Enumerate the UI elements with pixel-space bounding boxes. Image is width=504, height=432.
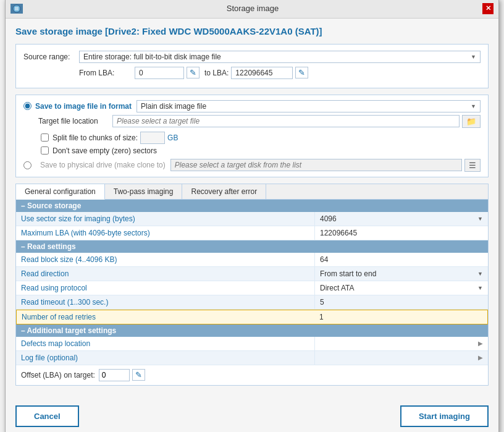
- additional-target-header: – Additional target settings: [16, 324, 488, 337]
- tabs-header: General configuration Two-pass imaging R…: [16, 184, 488, 200]
- read-direction-arrow: ▼: [477, 271, 483, 277]
- source-range-label: Source range:: [23, 53, 79, 61]
- table-row: Read using protocol Direct ATA ▼: [16, 281, 488, 295]
- window-title: Storage image: [23, 4, 482, 13]
- read-timeout-label: Read timeout (1..300 sec.): [16, 295, 315, 309]
- log-file-label: Log file (optional): [16, 351, 315, 365]
- table-row: Log file (optional) ▶: [16, 351, 488, 365]
- max-lba-value: 122096645: [315, 226, 488, 240]
- dialog-content: Save storage image [Drive2: Fixed WDC WD…: [6, 19, 498, 399]
- table-row: Maximum LBA (with 4096-byte sectors) 122…: [16, 226, 488, 240]
- zero-sectors-label: Don't save empty (zero) sectors: [52, 146, 157, 155]
- offset-row: Offset (LBA) on target: ✎: [16, 365, 488, 385]
- read-protocol-label: Read using protocol: [16, 281, 315, 295]
- save-image-label: Save to image file in format: [35, 102, 132, 111]
- from-lba-edit-icon[interactable]: ✎: [187, 67, 200, 78]
- from-lba-label: From LBA:: [79, 69, 135, 77]
- zero-sectors-row: Don't save empty (zero) sectors: [41, 146, 481, 155]
- save-drive-radio[interactable]: [23, 161, 32, 169]
- sector-size-arrow: ▼: [477, 216, 483, 222]
- table-row: Use sector size for imaging (bytes) 4096…: [16, 212, 488, 226]
- read-retries-label: Number of read retries: [17, 310, 314, 324]
- start-imaging-button[interactable]: Start imaging: [400, 405, 489, 427]
- format-arrow: ▼: [471, 103, 476, 109]
- disk-list-button[interactable]: ☰: [464, 159, 481, 172]
- save-image-section: Save to image file in format Plain disk …: [15, 95, 489, 177]
- cancel-button[interactable]: Cancel: [15, 405, 79, 427]
- offset-label: Offset (LBA) on target:: [21, 371, 95, 379]
- svg-rect-1: [15, 7, 19, 11]
- tab-recovery-after-error[interactable]: Recovery after error: [182, 184, 266, 199]
- offset-edit-icon[interactable]: ✎: [132, 369, 145, 381]
- block-size-label: Read block size (4..4096 KB): [16, 253, 315, 266]
- defects-map-arrow: ▶: [478, 340, 483, 347]
- read-retries-value: 1: [314, 310, 487, 324]
- storage-image-window: Storage image ✕ Save storage image [Driv…: [5, 0, 499, 432]
- source-range-row: Source range: Entire storage: full bit-t…: [23, 51, 481, 63]
- target-file-label: Target file location: [38, 117, 112, 125]
- offset-input[interactable]: [99, 369, 130, 381]
- defects-map-value: ▶: [315, 337, 488, 350]
- source-range-section: Source range: Entire storage: full bit-t…: [15, 44, 489, 88]
- read-direction-value: From start to end ▼: [315, 267, 488, 281]
- close-button[interactable]: ✕: [482, 3, 494, 14]
- split-chunk-row: Split file to chunks of size: GB: [41, 132, 481, 144]
- tab-two-pass-imaging[interactable]: Two-pass imaging: [105, 184, 183, 199]
- read-protocol-arrow: ▼: [477, 285, 483, 291]
- source-range-value: Entire storage: full bit-to-bit disk ima…: [83, 53, 221, 61]
- to-lba-label: to LBA:: [204, 69, 229, 77]
- bottom-buttons: Cancel Start imaging: [6, 399, 498, 433]
- table-row: Read timeout (1..300 sec.) 5: [16, 295, 488, 310]
- source-range-arrow: ▼: [471, 54, 476, 60]
- app-icon: [10, 4, 23, 14]
- table-row: Defects map location ▶: [16, 337, 488, 351]
- source-range-select[interactable]: Entire storage: full bit-to-bit disk ima…: [79, 51, 481, 63]
- read-protocol-value: Direct ATA ▼: [315, 281, 488, 295]
- split-chunks-checkbox[interactable]: [41, 133, 49, 142]
- table-row-highlighted: Number of read retries 1: [16, 310, 488, 324]
- block-size-value: 64: [315, 253, 488, 266]
- target-file-input[interactable]: [112, 115, 460, 127]
- format-select[interactable]: Plain disk image file ▼: [136, 100, 481, 112]
- max-lba-label: Maximum LBA (with 4096-byte sectors): [16, 226, 315, 240]
- save-image-radio[interactable]: [23, 102, 32, 110]
- sector-size-label: Use sector size for imaging (bytes): [16, 212, 315, 226]
- dialog-title: Save storage image [Drive2: Fixed WDC WD…: [15, 26, 489, 36]
- save-drive-label: Save to physical drive (make clone to): [40, 161, 166, 169]
- chunk-size-input[interactable]: [140, 132, 165, 144]
- general-config-table: – Source storage Use sector size for ima…: [16, 200, 488, 385]
- tab-general-configuration[interactable]: General configuration: [16, 184, 105, 200]
- browse-folder-button[interactable]: 📁: [462, 115, 481, 128]
- gb-label: GB: [167, 133, 178, 142]
- save-image-radio-row: Save to image file in format Plain disk …: [23, 100, 481, 112]
- to-lba-edit-icon[interactable]: ✎: [295, 67, 308, 78]
- from-lba-input[interactable]: 0: [135, 67, 184, 79]
- zero-sectors-checkbox[interactable]: [41, 146, 49, 155]
- sector-size-value: 4096 ▼: [315, 212, 488, 226]
- defects-map-label: Defects map location: [16, 337, 315, 350]
- source-storage-header: – Source storage: [16, 200, 488, 212]
- log-file-arrow: ▶: [478, 354, 483, 361]
- lba-range-row: From LBA: 0 ✎ to LBA: 122096645 ✎: [79, 67, 481, 79]
- title-bar: Storage image ✕: [6, 0, 498, 19]
- to-lba-input[interactable]: 122096645: [231, 67, 293, 79]
- target-disk-input[interactable]: [170, 159, 462, 171]
- read-timeout-value: 5: [315, 295, 488, 309]
- format-value: Plain disk image file: [141, 102, 206, 111]
- log-file-value: ▶: [315, 351, 488, 365]
- split-chunks-label: Split file to chunks of size:: [52, 133, 138, 142]
- read-settings-header: – Read settings: [16, 240, 488, 253]
- table-row: Read direction From start to end ▼: [16, 267, 488, 281]
- configuration-tabs: General configuration Two-pass imaging R…: [15, 184, 489, 386]
- read-direction-label: Read direction: [16, 267, 315, 281]
- save-drive-row: Save to physical drive (make clone to) ☰: [23, 159, 481, 172]
- table-row: Read block size (4..4096 KB) 64: [16, 253, 488, 267]
- target-file-row: Target file location 📁: [38, 115, 481, 128]
